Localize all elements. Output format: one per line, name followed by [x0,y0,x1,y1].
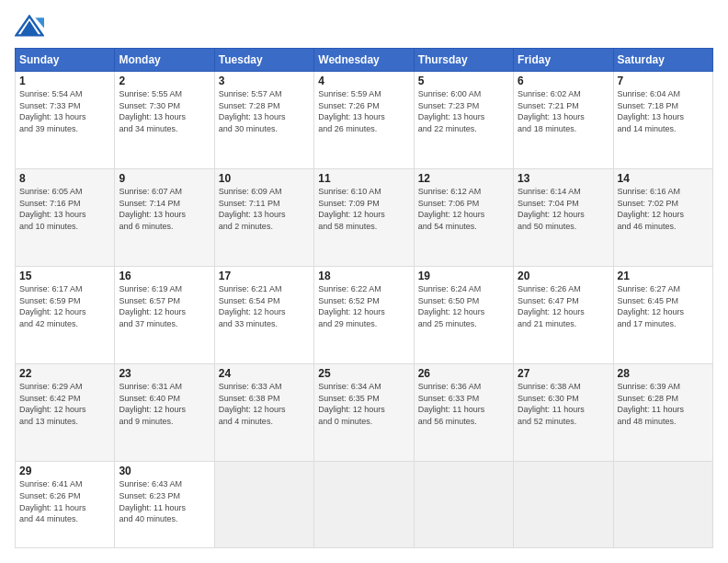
day-info: Sunrise: 6:26 AMSunset: 6:47 PMDaylight:… [518,283,609,329]
day-number: 11 [318,172,409,185]
header [15,15,713,40]
day-info: Sunrise: 6:29 AMSunset: 6:42 PMDaylight:… [19,381,110,427]
day-info: Sunrise: 5:55 AMSunset: 7:30 PMDaylight:… [119,88,210,134]
calendar-cell: 7Sunrise: 6:04 AMSunset: 7:18 PMDaylight… [613,72,712,169]
day-number: 12 [418,172,509,185]
calendar-cell [613,462,712,548]
logo-icon [15,15,44,40]
day-number: 18 [318,270,409,282]
calendar-cell: 14Sunrise: 6:16 AMSunset: 7:02 PMDayligh… [613,169,712,267]
day-info: Sunrise: 6:36 AMSunset: 6:33 PMDaylight:… [418,381,509,427]
day-number: 30 [119,465,210,477]
calendar-cell: 26Sunrise: 6:36 AMSunset: 6:33 PMDayligh… [414,364,513,462]
day-info: Sunrise: 6:10 AMSunset: 7:09 PMDaylight:… [318,186,409,232]
day-info: Sunrise: 6:34 AMSunset: 6:35 PMDaylight:… [318,381,409,427]
day-info: Sunrise: 6:22 AMSunset: 6:52 PMDaylight:… [318,283,409,329]
calendar-header-monday: Monday [115,49,214,72]
day-number: 1 [19,75,110,87]
day-info: Sunrise: 6:02 AMSunset: 7:21 PMDaylight:… [518,88,609,134]
calendar-cell: 12Sunrise: 6:12 AMSunset: 7:06 PMDayligh… [414,169,513,267]
day-number: 29 [19,465,110,477]
calendar-header-saturday: Saturday [613,49,712,72]
day-number: 28 [618,367,709,380]
calendar-cell: 5Sunrise: 6:00 AMSunset: 7:23 PMDaylight… [414,72,513,169]
day-number: 16 [119,270,210,282]
calendar-header-friday: Friday [514,49,613,72]
day-number: 22 [19,367,110,380]
day-info: Sunrise: 6:21 AMSunset: 6:54 PMDaylight:… [219,283,310,329]
day-info: Sunrise: 6:16 AMSunset: 7:02 PMDaylight:… [618,186,709,232]
day-info: Sunrise: 6:27 AMSunset: 6:45 PMDaylight:… [618,283,709,329]
day-info: Sunrise: 6:31 AMSunset: 6:40 PMDaylight:… [119,381,210,427]
day-info: Sunrise: 6:41 AMSunset: 6:26 PMDaylight:… [19,478,110,524]
day-number: 4 [318,75,409,87]
day-info: Sunrise: 6:39 AMSunset: 6:28 PMDaylight:… [618,381,709,427]
day-info: Sunrise: 6:38 AMSunset: 6:30 PMDaylight:… [518,381,609,427]
day-info: Sunrise: 6:14 AMSunset: 7:04 PMDaylight:… [518,186,609,232]
calendar-header-sunday: Sunday [16,49,115,72]
calendar-week-row: 29Sunrise: 6:41 AMSunset: 6:26 PMDayligh… [16,462,713,548]
day-number: 27 [518,367,609,380]
calendar-cell: 9Sunrise: 6:07 AMSunset: 7:14 PMDaylight… [115,169,214,267]
day-number: 19 [418,270,509,282]
calendar-cell [314,462,414,548]
calendar-header-tuesday: Tuesday [214,49,313,72]
day-info: Sunrise: 6:17 AMSunset: 6:59 PMDaylight:… [19,283,110,329]
calendar-header-row: SundayMondayTuesdayWednesdayThursdayFrid… [16,49,713,72]
day-number: 20 [518,270,609,282]
calendar-cell: 22Sunrise: 6:29 AMSunset: 6:42 PMDayligh… [16,364,115,462]
page: SundayMondayTuesdayWednesdayThursdayFrid… [0,0,728,563]
calendar-cell: 25Sunrise: 6:34 AMSunset: 6:35 PMDayligh… [314,364,414,462]
calendar-cell: 19Sunrise: 6:24 AMSunset: 6:50 PMDayligh… [414,267,513,364]
calendar-cell: 30Sunrise: 6:43 AMSunset: 6:23 PMDayligh… [115,462,214,548]
day-number: 26 [418,367,509,380]
day-info: Sunrise: 6:04 AMSunset: 7:18 PMDaylight:… [618,88,709,134]
day-number: 17 [219,270,310,282]
day-number: 10 [219,172,310,185]
day-number: 5 [418,75,509,87]
day-info: Sunrise: 6:00 AMSunset: 7:23 PMDaylight:… [418,88,509,134]
day-number: 25 [318,367,409,380]
calendar-cell: 16Sunrise: 6:19 AMSunset: 6:57 PMDayligh… [115,267,214,364]
calendar-cell: 18Sunrise: 6:22 AMSunset: 6:52 PMDayligh… [314,267,414,364]
calendar-cell: 8Sunrise: 6:05 AMSunset: 7:16 PMDaylight… [16,169,115,267]
calendar-cell [214,462,313,548]
day-info: Sunrise: 6:05 AMSunset: 7:16 PMDaylight:… [19,186,110,232]
calendar-header-thursday: Thursday [414,49,513,72]
day-number: 6 [518,75,609,87]
day-number: 8 [19,172,110,185]
calendar-cell [514,462,613,548]
calendar-cell: 23Sunrise: 6:31 AMSunset: 6:40 PMDayligh… [115,364,214,462]
day-info: Sunrise: 6:19 AMSunset: 6:57 PMDaylight:… [119,283,210,329]
day-number: 9 [119,172,210,185]
day-number: 3 [219,75,310,87]
calendar-cell: 4Sunrise: 5:59 AMSunset: 7:26 PMDaylight… [314,72,414,169]
day-number: 24 [219,367,310,380]
day-number: 14 [618,172,709,185]
logo [15,15,48,40]
calendar-week-row: 1Sunrise: 5:54 AMSunset: 7:33 PMDaylight… [16,72,713,169]
day-info: Sunrise: 6:12 AMSunset: 7:06 PMDaylight:… [418,186,509,232]
calendar-cell: 17Sunrise: 6:21 AMSunset: 6:54 PMDayligh… [214,267,313,364]
calendar-cell: 27Sunrise: 6:38 AMSunset: 6:30 PMDayligh… [514,364,613,462]
day-info: Sunrise: 5:54 AMSunset: 7:33 PMDaylight:… [19,88,110,134]
calendar-cell: 3Sunrise: 5:57 AMSunset: 7:28 PMDaylight… [214,72,313,169]
day-number: 23 [119,367,210,380]
day-number: 13 [518,172,609,185]
calendar-cell: 2Sunrise: 5:55 AMSunset: 7:30 PMDaylight… [115,72,214,169]
calendar-cell: 21Sunrise: 6:27 AMSunset: 6:45 PMDayligh… [613,267,712,364]
day-number: 21 [618,270,709,282]
calendar-cell: 6Sunrise: 6:02 AMSunset: 7:21 PMDaylight… [514,72,613,169]
day-info: Sunrise: 5:59 AMSunset: 7:26 PMDaylight:… [318,88,409,134]
day-info: Sunrise: 6:24 AMSunset: 6:50 PMDaylight:… [418,283,509,329]
calendar-cell: 15Sunrise: 6:17 AMSunset: 6:59 PMDayligh… [16,267,115,364]
calendar-table: SundayMondayTuesdayWednesdayThursdayFrid… [15,48,713,548]
calendar-week-row: 22Sunrise: 6:29 AMSunset: 6:42 PMDayligh… [16,364,713,462]
calendar-header-wednesday: Wednesday [314,49,414,72]
day-info: Sunrise: 5:57 AMSunset: 7:28 PMDaylight:… [219,88,310,134]
calendar-cell: 28Sunrise: 6:39 AMSunset: 6:28 PMDayligh… [613,364,712,462]
calendar-week-row: 8Sunrise: 6:05 AMSunset: 7:16 PMDaylight… [16,169,713,267]
calendar-cell: 1Sunrise: 5:54 AMSunset: 7:33 PMDaylight… [16,72,115,169]
day-number: 15 [19,270,110,282]
calendar-cell: 20Sunrise: 6:26 AMSunset: 6:47 PMDayligh… [514,267,613,364]
